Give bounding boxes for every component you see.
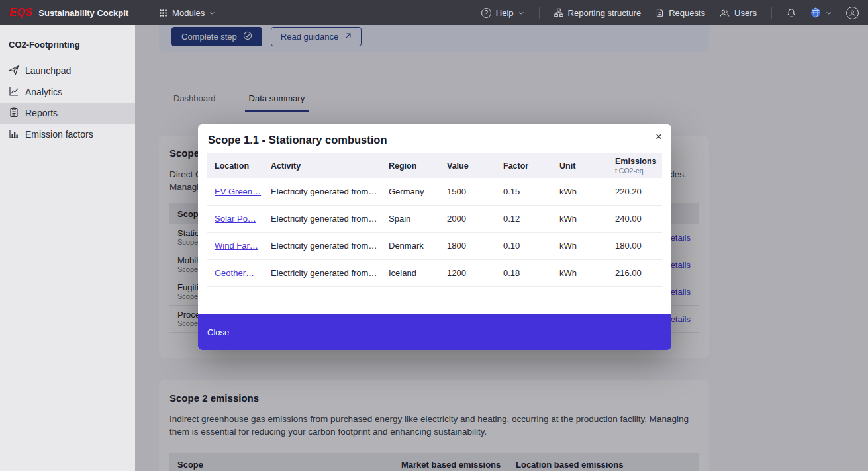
col-factor: Factor [497,153,553,178]
profile-button[interactable] [846,7,859,19]
modules-menu[interactable]: Modules [159,8,215,18]
table-row: EV Green… Electricity generated from… Ge… [207,178,662,205]
cell-unit: kWh [553,205,608,232]
notifications-button[interactable] [787,8,796,18]
cell-region: Iceland [382,259,440,286]
cell-factor: 0.15 [497,178,553,205]
sidebar-section-title: CO2-Footprinting [0,25,135,60]
cell-region: Spain [382,205,440,232]
emission-factors-icon [9,128,19,141]
sidebar-item-label: Launchpad [25,65,71,76]
modal-close-button[interactable]: Close [198,314,671,350]
modal-title: Scope 1.1 - Stationary combustion [198,124,671,153]
sidebar-item-analytics[interactable]: Analytics [0,81,135,103]
location-link[interactable]: Geother… [215,268,254,278]
col-emissions: Emissions t CO2-eq [608,153,662,178]
cell-unit: kWh [553,178,608,205]
user-avatar-icon [846,7,859,19]
cell-region: Germany [382,178,440,205]
cell-activity: Electricity generated from… [264,259,382,286]
eqs-logo: EQS [9,7,32,19]
cell-emissions: 240.00 [608,205,662,232]
reporting-structure-button[interactable]: Reporting structure [554,8,642,18]
top-navigation: EQS Sustainability Cockpit Modules ? Hel… [0,0,868,25]
modal-close-label: Close [207,327,229,337]
launchpad-icon [9,65,19,77]
sidebar-item-emission-factors[interactable]: Emission factors [0,124,135,145]
cell-factor: 0.10 [497,232,553,259]
cell-activity: Electricity generated from… [264,232,382,259]
modal-dialog: Scope 1.1 - Stationary combustion × Loca… [198,124,671,350]
cell-value: 1800 [440,232,497,259]
divider [771,7,772,19]
cell-activity: Electricity generated from… [264,205,382,232]
cell-unit: kWh [553,259,608,286]
help-menu[interactable]: ? Help [481,8,524,18]
cell-value: 1200 [440,259,497,286]
sidebar: CO2-Footprinting Launchpad Analytics Rep… [0,25,135,471]
location-link[interactable]: Wind Far… [215,241,258,251]
location-link[interactable]: Solar Po… [215,214,256,224]
requests-label: Requests [669,8,705,18]
cell-unit: kWh [553,232,608,259]
cell-region: Denmark [382,232,440,259]
cell-emissions: 216.00 [608,259,662,286]
cell-value: 1500 [440,178,497,205]
sitemap-icon [554,8,563,17]
help-icon: ? [481,8,491,18]
users-label: Users [734,8,757,18]
chevron-down-icon [518,8,524,18]
close-icon[interactable]: × [655,131,662,142]
users-icon [720,9,730,17]
col-value: Value [440,153,497,178]
globe-icon [810,7,821,18]
requests-button[interactable]: Requests [655,8,705,18]
language-selector[interactable] [810,7,832,18]
cell-activity: Electricity generated from… [264,178,382,205]
col-location: Location [207,153,264,178]
table-row: Solar Po… Electricity generated from… Sp… [207,205,662,232]
table-row: Geother… Electricity generated from… Ice… [207,259,662,286]
cell-value: 2000 [440,205,497,232]
sidebar-item-reports[interactable]: Reports [0,103,135,124]
emissions-unit: t CO2-eq [615,167,655,175]
cell-emissions: 180.00 [608,232,662,259]
divider [539,7,540,19]
table-row: Wind Far… Electricity generated from… De… [207,232,662,259]
col-activity: Activity [264,153,382,178]
reporting-structure-label: Reporting structure [568,8,642,18]
help-label: Help [496,8,514,18]
sidebar-item-launchpad[interactable]: Launchpad [0,60,135,81]
chevron-down-icon [826,8,832,18]
sidebar-item-label: Emission factors [25,129,93,140]
cell-factor: 0.18 [497,259,553,286]
location-link[interactable]: EV Green… [215,187,261,196]
bell-icon [787,8,796,18]
users-button[interactable]: Users [720,8,757,18]
emissions-table: Location Activity Region Value Factor Un… [207,153,662,287]
col-region: Region [382,153,440,178]
cell-emissions: 220.20 [608,178,662,205]
col-unit: Unit [553,153,608,178]
sidebar-item-label: Analytics [25,87,62,97]
reports-icon [9,107,19,120]
grid-icon [159,9,168,17]
app-title: Sustainability Cockpit [38,8,128,18]
document-icon [655,8,664,17]
analytics-icon [9,86,19,99]
chevron-down-icon [209,8,215,18]
table-header-row: Location Activity Region Value Factor Un… [207,153,662,178]
sidebar-item-label: Reports [25,108,58,118]
modules-label: Modules [172,8,205,18]
cell-factor: 0.12 [497,205,553,232]
